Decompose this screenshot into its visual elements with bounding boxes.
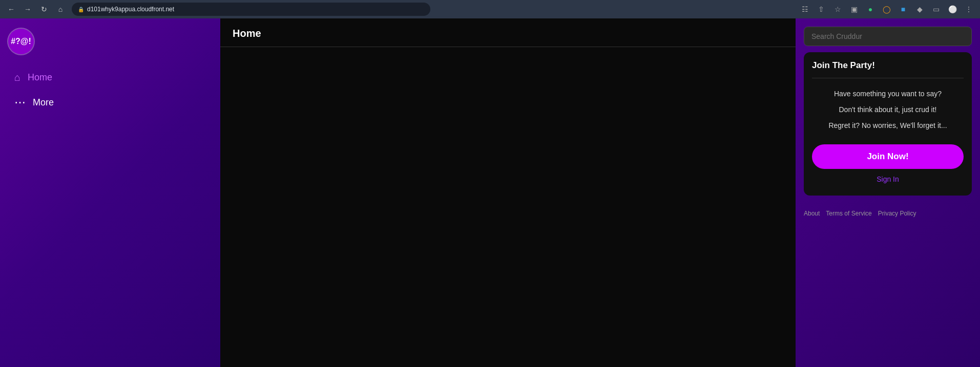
lock-icon: 🔒 (78, 7, 84, 12)
join-party-card: Join The Party! Have something you want … (804, 52, 972, 196)
sidebar-item-more[interactable]: ⋯ More (8, 91, 212, 114)
footer-links: About Terms of Service Privacy Policy (804, 210, 972, 217)
profile-icon[interactable]: ⚪ (945, 2, 960, 16)
right-sidebar: Join The Party! Have something you want … (796, 18, 980, 367)
browser-nav-buttons: ← → ↻ ⌂ (4, 2, 68, 16)
footer-link-privacy[interactable]: Privacy Policy (878, 210, 916, 217)
sign-in-link[interactable]: Sign In (812, 175, 964, 183)
footer-link-tos[interactable]: Terms of Service (826, 210, 871, 217)
extension3-icon[interactable]: ■ (896, 2, 910, 16)
home-icon: ⌂ (14, 72, 20, 83)
translate-icon[interactable]: ☷ (798, 2, 812, 16)
split-screen-icon[interactable]: ▭ (929, 2, 943, 16)
browser-actions: ☷ ⇧ ☆ ▣ ● ◯ ■ ◆ ▭ ⚪ ⋮ (798, 2, 976, 16)
logo-text: #?@! (11, 37, 31, 46)
sidebar: #?@! ⌂ Home ⋯ More (0, 18, 220, 367)
search-input[interactable] (804, 27, 972, 46)
app-container: #?@! ⌂ Home ⋯ More Home Join The Party! … (0, 18, 980, 367)
menu-icon[interactable]: ⋮ (962, 2, 976, 16)
sidebar-item-home[interactable]: ⌂ Home (8, 67, 212, 89)
back-button[interactable]: ← (4, 2, 18, 16)
logo[interactable]: #?@! (8, 29, 34, 54)
main-content: Home (220, 18, 796, 367)
main-feed (220, 47, 796, 367)
sidebar-item-home-label: Home (28, 72, 52, 83)
address-bar[interactable]: 🔒 d101whyk9appua.cloudfront.net (72, 3, 430, 16)
tagline-1: Have something you want to say? (812, 89, 964, 99)
home-button[interactable]: ⌂ (53, 2, 68, 16)
screenshot-icon[interactable]: ▣ (847, 2, 861, 16)
tagline-2: Don't think about it, just crud it! (812, 104, 964, 115)
url-text: d101whyk9appua.cloudfront.net (87, 6, 174, 13)
bookmark-icon[interactable]: ☆ (830, 2, 845, 16)
extension1-icon[interactable]: ● (863, 2, 878, 16)
more-icon: ⋯ (14, 96, 26, 109)
browser-chrome: ← → ↻ ⌂ 🔒 d101whyk9appua.cloudfront.net … (0, 0, 980, 18)
footer-link-about[interactable]: About (804, 210, 820, 217)
share-icon[interactable]: ⇧ (814, 2, 828, 16)
join-now-button[interactable]: Join Now! (812, 144, 964, 169)
join-party-title: Join The Party! (812, 60, 964, 78)
logo-container: #?@! (8, 29, 212, 54)
main-header: Home (220, 18, 796, 47)
reload-button[interactable]: ↻ (37, 2, 51, 16)
forward-button[interactable]: → (20, 2, 35, 16)
tagline-3: Regret it? No worries, We'll forget it..… (812, 120, 964, 131)
extensions-icon[interactable]: ◆ (912, 2, 927, 16)
sidebar-item-more-label: More (33, 97, 54, 108)
extension2-icon[interactable]: ◯ (880, 2, 894, 16)
page-title: Home (233, 28, 783, 39)
